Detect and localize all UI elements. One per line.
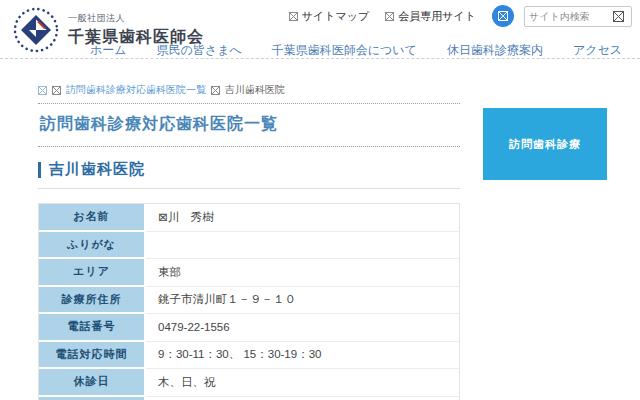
members-label: 会員専用サイト bbox=[398, 9, 476, 24]
broken-image-icon bbox=[498, 11, 508, 21]
table-row: 休診日 木、日、祝 bbox=[39, 369, 459, 397]
table-row: 電話対応時間 9：30-11：30、 15：30-19：30 bbox=[39, 342, 459, 370]
table-row: 訪問ＰＲ 銚子市内のみ訪問可能。訪問日は電話で相談 bbox=[39, 397, 459, 400]
nav-item-home[interactable]: ホーム bbox=[90, 42, 127, 59]
row-label: 休診日 bbox=[39, 369, 146, 397]
row-label: エリア bbox=[39, 259, 146, 287]
row-label: ふりがな bbox=[39, 232, 146, 260]
separator-broken-image-icon bbox=[211, 86, 220, 95]
row-value: 東部 bbox=[146, 259, 459, 287]
row-value: 9：30-11：30、 15：30-19：30 bbox=[146, 342, 459, 370]
breadcrumb: 訪問歯科診療対応歯科医院一覧 吉川歯科医院 bbox=[38, 83, 285, 97]
row-label: 電話対応時間 bbox=[39, 342, 146, 370]
row-value: ⊠川 秀樹 bbox=[146, 204, 459, 232]
row-value: 銚子市清川町１－９－１０ bbox=[146, 287, 459, 315]
search-broken-image-icon[interactable] bbox=[613, 11, 624, 22]
table-row: 電話番号 0479-22-1556 bbox=[39, 314, 459, 342]
row-value: 木、日、祝 bbox=[146, 369, 459, 397]
clinic-heading: 吉川歯科医院 bbox=[38, 160, 460, 189]
page: 一般社団法人 千葉県歯科医師会 サイトマップ 会員専用サイト ホーム bbox=[0, 0, 640, 400]
table-row: エリア 東部 bbox=[39, 259, 459, 287]
breadcrumb-link[interactable]: 訪問歯科診療対応歯科医院一覧 bbox=[66, 83, 206, 97]
row-label: 電話番号 bbox=[39, 314, 146, 342]
clinic-name: 吉川歯科医院 bbox=[49, 160, 145, 179]
table-row: お名前 ⊠川 秀樹 bbox=[39, 204, 459, 232]
sitemap-link[interactable]: サイトマップ bbox=[289, 9, 370, 24]
page-title-block: 訪問歯科診療対応歯科医院一覧 bbox=[38, 103, 460, 147]
row-label: 診療所住所 bbox=[39, 287, 146, 315]
table-row: ふりがな bbox=[39, 232, 459, 260]
org-type: 一般社団法人 bbox=[68, 12, 204, 25]
home-broken-image-icon[interactable] bbox=[38, 86, 47, 95]
nav-item-residents[interactable]: 県民の皆さまへ bbox=[157, 42, 242, 59]
page-title: 訪問歯科診療対応歯科医院一覧 bbox=[40, 114, 458, 135]
site-search bbox=[524, 6, 632, 27]
heading-accent-bar bbox=[38, 162, 41, 178]
site-header: 一般社団法人 千葉県歯科医師会 サイトマップ 会員専用サイト ホーム bbox=[0, 0, 640, 59]
dental-association-emblem-icon bbox=[12, 6, 60, 54]
breadcrumb-current: 吉川歯科医院 bbox=[225, 83, 285, 97]
search-input[interactable] bbox=[529, 11, 613, 22]
utility-bar: サイトマップ 会員専用サイト bbox=[289, 5, 632, 27]
main-nav: ホーム 県民の皆さまへ 千葉県歯科医師会について 休日歯科診療案内 アクセス bbox=[90, 42, 622, 59]
row-label: お名前 bbox=[39, 204, 146, 232]
nav-item-holiday-care[interactable]: 休日歯科診療案内 bbox=[447, 42, 543, 59]
visiting-dental-care-label: 訪問歯科診療 bbox=[509, 137, 581, 152]
broken-image-icon bbox=[289, 12, 298, 21]
visiting-dental-care-button[interactable]: 訪問歯科診療 bbox=[483, 108, 607, 180]
row-value bbox=[146, 232, 459, 260]
row-value: 0479-22-1556 bbox=[146, 314, 459, 342]
members-site-link[interactable]: 会員専用サイト bbox=[385, 9, 476, 24]
nav-item-about[interactable]: 千葉県歯科医師会について bbox=[272, 42, 417, 59]
row-value: 銚子市内のみ訪問可能。訪問日は電話で相談 bbox=[146, 397, 459, 400]
separator-broken-image-icon bbox=[52, 86, 61, 95]
table-row: 診療所住所 銚子市清川町１－９－１０ bbox=[39, 287, 459, 315]
clinic-info-table: お名前 ⊠川 秀樹 ふりがな エリア 東部 診療所住所 銚子市清川町１－９－１０… bbox=[38, 203, 460, 400]
row-label: 訪問ＰＲ bbox=[39, 397, 146, 400]
broken-image-icon bbox=[385, 12, 394, 21]
member-circle-icon[interactable] bbox=[492, 5, 514, 27]
sitemap-label: サイトマップ bbox=[302, 9, 370, 24]
nav-item-access[interactable]: アクセス bbox=[573, 42, 622, 59]
